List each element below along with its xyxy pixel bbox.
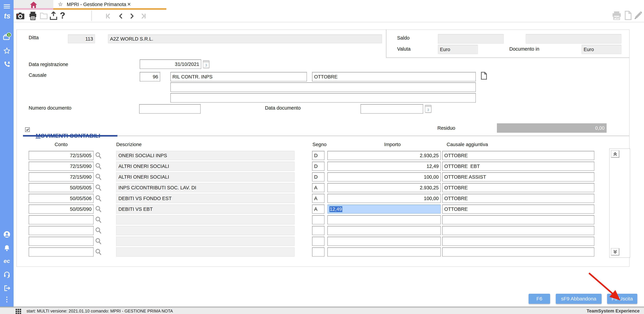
- conto-field[interactable]: 72/15/090: [29, 162, 94, 171]
- importo-field[interactable]: 100,00: [327, 194, 441, 203]
- table-row: 72/15/005 ONERI SOCIALI INPS D 2.930,25 …: [0, 151, 644, 161]
- conto-field[interactable]: 50/05/090: [29, 205, 94, 214]
- svg-text:PDF: PDF: [614, 16, 620, 19]
- segno-field[interactable]: [312, 248, 324, 257]
- causale-nota2-field[interactable]: [170, 82, 476, 92]
- export-icon[interactable]: [50, 11, 57, 21]
- importo-field[interactable]: [327, 248, 441, 257]
- causale-aggiuntiva-field[interactable]: OTTOBRE: [442, 151, 594, 160]
- conto-search-icon[interactable]: [95, 152, 102, 160]
- tab-star-icon[interactable]: ☆: [58, 0, 63, 8]
- segno-field[interactable]: A: [312, 205, 324, 214]
- conto-field[interactable]: 72/15/005: [29, 151, 94, 160]
- causale-aggiuntiva-field[interactable]: OTTOBRE: [442, 194, 594, 203]
- causale-nota-field[interactable]: OTTOBRE: [312, 72, 476, 81]
- conto-search-icon[interactable]: [95, 206, 102, 213]
- causale-document-icon[interactable]: [481, 72, 487, 80]
- segno-field[interactable]: [312, 215, 324, 224]
- importo-field[interactable]: 2.930,25: [327, 151, 441, 160]
- conto-search-icon[interactable]: [95, 195, 102, 203]
- causale-nota3-field[interactable]: [170, 93, 476, 103]
- first-record-icon[interactable]: [105, 13, 112, 20]
- segno-field[interactable]: [312, 237, 324, 246]
- next-record-icon[interactable]: [128, 13, 135, 20]
- scroll-up-icon[interactable]: [611, 150, 619, 158]
- importo-field-selected[interactable]: 12,49: [327, 205, 441, 214]
- favorites-star-icon[interactable]: [0, 47, 14, 54]
- numero-documento-field[interactable]: [139, 104, 200, 114]
- print-icon[interactable]: [29, 11, 37, 21]
- sf9-abbandona-button[interactable]: sF9 Abbandona: [556, 294, 602, 304]
- print-pdf-icon[interactable]: PDF: [612, 11, 622, 21]
- causale-code-field[interactable]: 96: [140, 72, 160, 81]
- conto-search-icon[interactable]: [95, 238, 102, 246]
- causale-aggiuntiva-field[interactable]: [442, 237, 594, 246]
- segno-field[interactable]: D: [312, 172, 324, 181]
- conto-field[interactable]: [29, 237, 94, 246]
- data-registrazione-calendar-icon[interactable]: 3: [203, 60, 209, 68]
- tab-close-icon[interactable]: ✕: [127, 0, 131, 9]
- numero-documento-label: Numero documento: [29, 105, 72, 111]
- segno-field[interactable]: D: [312, 162, 324, 171]
- segno-field[interactable]: D: [312, 151, 324, 160]
- f9-uscita-button[interactable]: F9 Uscita: [607, 294, 637, 304]
- importo-field[interactable]: 100,00: [327, 172, 441, 181]
- support-headset-icon[interactable]: [0, 271, 14, 278]
- home-tab[interactable]: [14, 0, 53, 10]
- causale-aggiuntiva-field[interactable]: OTTOBRE EBT: [442, 162, 594, 171]
- tab-mpri[interactable]: ☆ MPRI - Gestione Primanota ✕: [53, 0, 166, 10]
- causale-descrizione-field[interactable]: RIL CONTR. INPS: [170, 72, 307, 81]
- causale-aggiuntiva-field[interactable]: [442, 215, 594, 224]
- movimenti-section-title[interactable]: MOVIMENTI CONTABILI: [32, 126, 100, 139]
- conto-field[interactable]: [29, 226, 94, 235]
- ditta-name-field[interactable]: A2Z WORLD S.R.L.: [108, 34, 382, 43]
- conto-field[interactable]: 50/05/005: [29, 183, 94, 192]
- conto-field[interactable]: [29, 248, 94, 257]
- causale-aggiuntiva-field[interactable]: OTTOBRE: [442, 205, 594, 214]
- camera-icon[interactable]: [16, 12, 25, 20]
- causale-aggiuntiva-field[interactable]: OTTOBRE: [442, 183, 594, 192]
- conto-search-icon[interactable]: [95, 227, 102, 235]
- importo-field[interactable]: [327, 237, 441, 246]
- descrizione-field: INPS C/CONTRIBUTI SOC. LAV. DI: [116, 183, 294, 192]
- scroll-down-icon[interactable]: [611, 248, 619, 255]
- conto-search-icon[interactable]: [95, 216, 102, 224]
- conto-field[interactable]: [29, 215, 94, 224]
- ditta-code-field[interactable]: 113: [68, 34, 95, 43]
- more-options-kebab-icon[interactable]: ⋮: [0, 296, 14, 303]
- conto-search-icon[interactable]: [95, 249, 102, 256]
- segno-field[interactable]: A: [312, 194, 324, 203]
- causale-aggiuntiva-field[interactable]: [442, 226, 594, 235]
- segno-field[interactable]: A: [312, 183, 324, 192]
- conto-search-icon[interactable]: [95, 184, 102, 192]
- movimenti-checkbox[interactable]: [25, 127, 30, 132]
- app-grid-icon[interactable]: [16, 309, 21, 314]
- last-record-icon[interactable]: [139, 13, 146, 20]
- data-documento-field[interactable]: [360, 104, 423, 114]
- conto-field[interactable]: 50/05/506: [29, 194, 94, 203]
- conto-search-icon[interactable]: [95, 163, 102, 170]
- new-page-icon[interactable]: [624, 11, 632, 21]
- prev-record-icon[interactable]: [118, 13, 124, 20]
- segno-field[interactable]: [312, 226, 324, 235]
- conto-search-icon[interactable]: [95, 173, 102, 181]
- edit-pencil-icon[interactable]: [634, 10, 643, 21]
- causale-aggiuntiva-field[interactable]: [442, 248, 594, 257]
- phone-contact-icon[interactable]: [0, 61, 14, 68]
- logout-icon[interactable]: [0, 285, 14, 292]
- importo-field[interactable]: [327, 215, 441, 224]
- folder-icon[interactable]: [40, 12, 48, 20]
- importo-field[interactable]: 2.930,25: [327, 183, 441, 192]
- hamburger-menu-icon[interactable]: [4, 4, 10, 9]
- f6-button[interactable]: F6: [528, 294, 550, 304]
- svg-text:1: 1: [8, 33, 10, 37]
- causale-aggiuntiva-field[interactable]: OTTOBRE ASSIST: [442, 172, 594, 181]
- data-registrazione-field[interactable]: 31/10/2021: [140, 59, 201, 69]
- data-documento-calendar-icon[interactable]: 3: [425, 105, 431, 113]
- help-icon[interactable]: ?: [60, 10, 65, 20]
- companies-icon[interactable]: 1: [0, 32, 14, 41]
- conto-field[interactable]: 72/15/090: [29, 172, 94, 181]
- importo-field[interactable]: [327, 226, 441, 235]
- importo-field[interactable]: 12,49: [327, 162, 441, 171]
- ec-app-icon[interactable]: ec: [0, 258, 14, 264]
